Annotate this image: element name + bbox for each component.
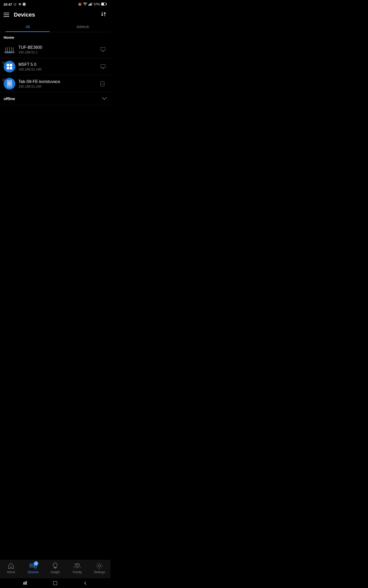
device-ip-router: 192.168.51.1: [18, 50, 99, 54]
status-indicators: 🔕 57%: [78, 3, 107, 6]
device-ip-msft: 192.168.51.100: [18, 67, 99, 71]
wifi-icon: [83, 3, 87, 6]
svg-rect-17: [101, 47, 105, 51]
status-time: 20:47 🛒 ♲ 🖼: [4, 3, 26, 6]
svg-rect-22: [101, 65, 105, 68]
device-action-router[interactable]: [99, 46, 107, 53]
device-action-msft[interactable]: [99, 63, 107, 70]
svg-point-25: [9, 86, 10, 87]
device-name-router: TUF-BE3600: [18, 45, 99, 50]
svg-point-15: [9, 52, 9, 53]
svg-line-10: [11, 47, 12, 52]
svg-rect-18: [7, 64, 9, 66]
svg-rect-6: [102, 3, 104, 5]
device-info-tabs9: Tab-S9-FE-koristuvaca 192.168.51.230: [18, 79, 99, 88]
tabs9-icon-wrapper: ⊘: [4, 78, 15, 90]
device-ip-tabs9: 192.168.51.230: [18, 84, 99, 88]
device-info-msft: MSFT 5 0 192.168.51.100: [18, 62, 99, 71]
tab-aimesh[interactable]: AiMesh: [55, 21, 110, 32]
menu-button[interactable]: [4, 13, 9, 17]
svg-rect-5: [106, 3, 107, 5]
svg-point-16: [10, 52, 11, 53]
msft-icon-wrapper: ⊘: [4, 61, 15, 72]
offline-label: offline: [4, 96, 15, 101]
device-name-msft: MSFT 5 0: [18, 62, 99, 67]
svg-text:24: 24: [101, 83, 103, 85]
block-badge-msft: ⊘: [1, 60, 6, 65]
router-icon: [4, 44, 15, 55]
device-name-tabs9: Tab-S9-FE-koristuvaca: [18, 79, 99, 84]
tab-bar: All AiMesh: [0, 21, 110, 32]
main-content: Home: [0, 32, 110, 133]
offline-section[interactable]: offline: [0, 92, 110, 105]
tab-all[interactable]: All: [0, 21, 55, 32]
svg-rect-21: [10, 67, 12, 69]
svg-rect-2: [90, 3, 91, 6]
device-item-msft[interactable]: ⊘ MSFT 5 0 192.168.51.100: [0, 58, 110, 75]
sort-button[interactable]: [100, 11, 107, 19]
device-item-router[interactable]: TUF-BE3600 192.168.51.1: [0, 41, 110, 58]
chevron-down-icon: [102, 96, 107, 101]
svg-line-8: [7, 47, 7, 52]
page-header: Devices: [0, 8, 110, 21]
battery-percent: 57%: [94, 3, 100, 6]
device-action-tabs9[interactable]: 24: [99, 80, 107, 88]
status-icon-bike: ♲: [18, 3, 21, 6]
battery-icon: [101, 3, 107, 6]
device-item-tabs9[interactable]: ⊘ Tab-S9-FE-koristuvaca 192.168.51.230 2…: [0, 75, 110, 92]
block-badge-tabs9: ⊘: [1, 77, 6, 82]
status-icon-cart: 🛒: [13, 3, 17, 6]
home-label: Home: [4, 35, 14, 40]
device-info-router: TUF-BE3600 192.168.51.1: [18, 45, 99, 54]
router-icon-wrapper: [4, 44, 15, 55]
status-icon-image: 🖼: [22, 3, 26, 6]
svg-rect-3: [91, 3, 92, 6]
status-bar: 20:47 🛒 ♲ 🖼 🔕 57%: [0, 0, 110, 8]
svg-rect-19: [10, 64, 12, 66]
svg-rect-24: [8, 81, 11, 86]
svg-rect-1: [89, 4, 90, 6]
page-title: Devices: [14, 11, 35, 18]
signal-icon: [88, 3, 93, 6]
svg-point-14: [7, 52, 8, 53]
home-section-header: Home: [0, 32, 110, 41]
svg-rect-0: [88, 5, 89, 6]
time-text: 20:47: [4, 3, 12, 6]
mute-icon: 🔕: [78, 3, 82, 6]
svg-point-13: [6, 52, 6, 53]
svg-rect-20: [7, 67, 9, 69]
